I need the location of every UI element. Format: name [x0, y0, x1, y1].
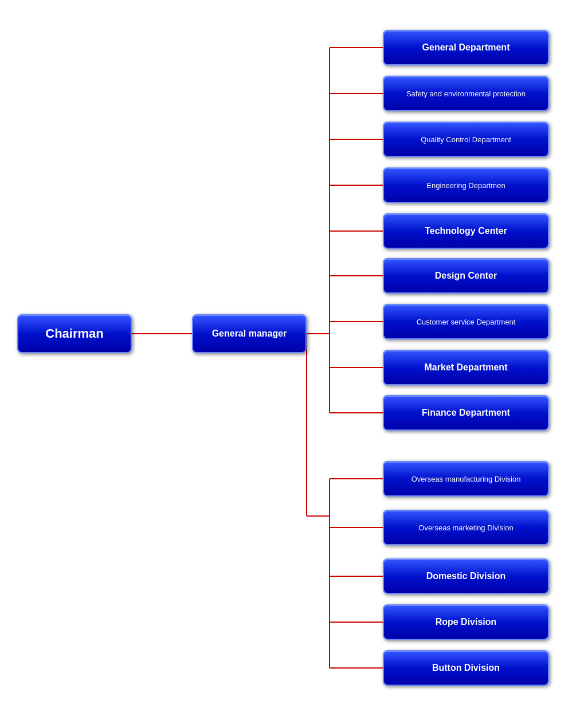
engineering-node: Engineering Departmen — [383, 167, 549, 203]
safety-node: Safety and environmental protection — [383, 76, 549, 111]
market-node: Market Department — [383, 350, 549, 385]
general-dept-node: General Department — [383, 30, 549, 65]
domestic-node: Domestic Division — [383, 558, 549, 594]
design-node: Design Center — [383, 258, 549, 294]
org-chart: Chairman General manager General Departm… — [0, 0, 588, 719]
technology-node: Technology Center — [383, 213, 549, 249]
customer-node: Customer service Department — [383, 304, 549, 339]
overseas-mkt-node: Overseas marketing Division — [383, 510, 549, 545]
rope-node: Rope Division — [383, 604, 549, 640]
button-node: Button Division — [383, 650, 549, 686]
general-manager-node: General manager — [192, 314, 307, 353]
finance-node: Finance Department — [383, 395, 549, 431]
chairman-node: Chairman — [17, 314, 132, 353]
quality-node: Quality Control Department — [383, 122, 549, 157]
overseas-mfg-node: Overseas manufacturing Division — [383, 461, 549, 497]
